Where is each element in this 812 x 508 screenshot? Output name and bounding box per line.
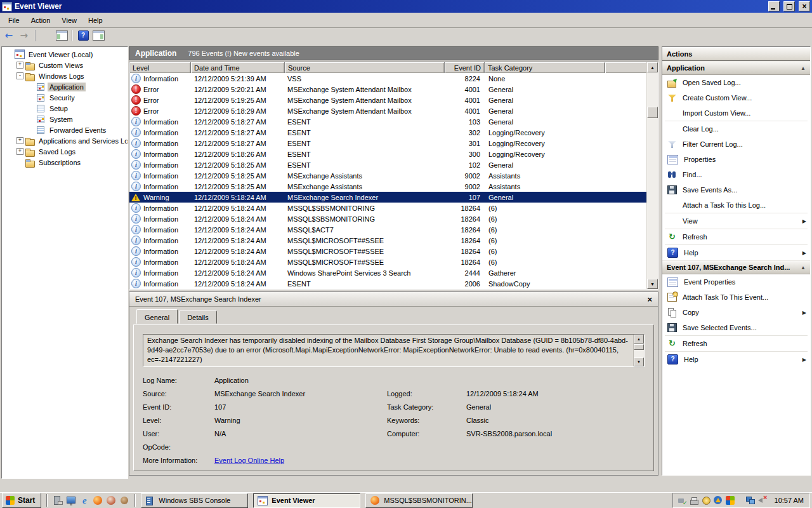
event-row[interactable]: Error12/12/2009 5:18:29 AMMSExchange Sys… — [129, 105, 647, 116]
action-event-properties[interactable]: Event Properties — [662, 274, 810, 290]
event-row[interactable]: Error12/12/2009 5:20:21 AMMSExchange Sys… — [129, 84, 647, 95]
tree-item-security[interactable]: Security — [2, 92, 128, 103]
scroll-up-icon[interactable] — [647, 62, 658, 72]
action-find[interactable]: Find... — [662, 167, 810, 182]
expand-icon[interactable]: + — [16, 62, 23, 69]
tab-general[interactable]: General — [136, 309, 178, 324]
event-row[interactable]: Error12/12/2009 5:19:25 AMMSExchange Sys… — [129, 95, 647, 105]
event-row[interactable]: Information12/12/2009 5:18:27 AMESENT301… — [129, 138, 647, 149]
action-save-selected-events[interactable]: Save Selected Events... — [662, 320, 810, 335]
event-row[interactable]: Information12/12/2009 5:18:26 AMESENT300… — [129, 149, 647, 159]
action-refresh[interactable]: Refresh — [662, 229, 810, 244]
tree-item-subscriptions[interactable]: Subscriptions — [2, 157, 128, 168]
event-row[interactable]: Information12/12/2009 5:18:24 AMMSSQL$MI… — [129, 235, 647, 246]
taskbar-button-mssql-sbsmonitorin[interactable]: MSSQL$SBSMONITORIN... — [365, 493, 473, 508]
action-clear-log[interactable]: Clear Log... — [662, 121, 810, 137]
action-filter-current-log[interactable]: Filter Current Log... — [662, 137, 810, 152]
action-create-custom-view[interactable]: Create Custom View... — [662, 90, 810, 105]
globe-icon[interactable] — [106, 495, 116, 505]
taskbar-button-windows-sbs-console[interactable]: Windows SBS Console — [141, 493, 248, 508]
action-help[interactable]: Help▶ — [662, 245, 810, 260]
event-row[interactable]: Information12/12/2009 5:18:25 AMMSExchan… — [129, 181, 647, 192]
action-attach-a-task-to-this-log[interactable]: Attach a Task To this Log... — [662, 197, 810, 213]
event-row[interactable]: Information12/12/2009 5:18:25 AMMSExchan… — [129, 170, 647, 181]
column-header-source[interactable]: Source — [285, 62, 445, 73]
column-header-level[interactable]: Level — [129, 62, 191, 73]
tree-item-application[interactable]: Application — [2, 81, 128, 92]
menu-view[interactable]: View — [56, 15, 82, 26]
minimize-button[interactable] — [768, 1, 780, 11]
action-refresh[interactable]: Refresh — [662, 336, 810, 351]
action-view[interactable]: View▶ — [662, 213, 810, 229]
action-properties[interactable]: Properties — [662, 152, 810, 167]
event-log-online-help-link[interactable]: Event Log Online Help — [214, 457, 387, 464]
menu-help[interactable]: Help — [82, 15, 108, 26]
close-preview-icon[interactable]: × — [647, 295, 652, 304]
actions-section-event-107-msexchange-search-ind[interactable]: Event 107, MSExchange Search Ind...▲ — [662, 260, 810, 274]
usb-icon[interactable] — [678, 496, 686, 505]
forward-button[interactable] — [18, 29, 32, 42]
action-open-saved-log[interactable]: Open Saved Log... — [662, 75, 810, 90]
taskbar-button-event-viewer[interactable]: Event Viewer — [253, 493, 360, 508]
tree-item-custom-views[interactable]: +Custom Views — [2, 60, 128, 70]
column-header-task-category[interactable]: Task Category — [485, 62, 605, 73]
mute-icon[interactable] — [758, 496, 767, 505]
column-header-event-id[interactable]: Event ID — [445, 62, 485, 73]
expand-icon[interactable]: + — [16, 148, 23, 155]
alert-icon[interactable] — [714, 496, 723, 505]
event-row[interactable]: Information12/12/2009 5:21:39 AMVSS8224N… — [129, 73, 647, 84]
event-row[interactable]: Information12/12/2009 5:18:24 AMWindows … — [129, 267, 647, 278]
event-row[interactable]: Information12/12/2009 5:18:27 AMESENT103… — [129, 116, 647, 127]
event-row[interactable]: Information12/12/2009 5:18:24 AMMSSQL$MI… — [129, 257, 647, 267]
tree-item-applications-and-services-logs[interactable]: +Applications and Services Logs — [2, 135, 128, 146]
action-help[interactable]: Help▶ — [662, 352, 810, 367]
network-icon[interactable] — [746, 496, 755, 505]
expand-icon[interactable]: + — [16, 137, 23, 144]
column-header-date-and-time[interactable]: Date and Time — [191, 62, 285, 73]
clock-icon[interactable] — [702, 496, 710, 505]
back-button[interactable] — [3, 29, 16, 42]
event-row[interactable]: Warning12/12/2009 5:18:24 AMMSExchange S… — [129, 192, 647, 203]
event-row[interactable]: Information12/12/2009 5:18:24 AMMSSQL$SB… — [129, 213, 647, 224]
collapse-icon[interactable]: ▲ — [801, 265, 806, 271]
menu-action[interactable]: Action — [25, 15, 56, 26]
description-scrollbar[interactable] — [633, 335, 644, 366]
printer-icon[interactable] — [690, 496, 698, 505]
tree-item-event-viewer-local[interactable]: Event Viewer (Local) — [2, 49, 128, 60]
help-button[interactable] — [76, 29, 90, 42]
event-row[interactable]: Information12/12/2009 5:18:25 AMESENT102… — [129, 159, 647, 170]
action-import-custom-view[interactable]: Import Custom View... — [662, 105, 810, 121]
action-save-events-as[interactable]: Save Events As... — [662, 182, 810, 197]
scroll-up-icon[interactable] — [634, 335, 644, 344]
event-row[interactable]: Information12/12/2009 5:18:24 AMMSSQL$MI… — [129, 246, 647, 257]
tree-item-setup[interactable]: Setup — [2, 103, 128, 114]
scroll-down-icon[interactable] — [634, 358, 644, 366]
show-desktop-icon[interactable] — [66, 495, 76, 505]
scrollbar-thumb[interactable] — [647, 107, 658, 118]
tab-details[interactable]: Details — [179, 311, 217, 324]
tree-item-saved-logs[interactable]: +Saved Logs — [2, 146, 128, 157]
event-row[interactable]: Information12/12/2009 5:18:24 AMMSSQL$AC… — [129, 224, 647, 235]
vertical-scrollbar[interactable] — [646, 62, 658, 289]
clock[interactable]: 10:57 AM — [775, 497, 804, 504]
event-row[interactable]: Information12/12/2009 5:18:24 AMESENT200… — [129, 278, 647, 289]
tree-item-windows-logs[interactable]: -Windows Logs — [2, 70, 128, 81]
package-icon[interactable] — [119, 495, 129, 505]
restore-button[interactable] — [783, 1, 795, 11]
start-button[interactable]: Start — [2, 493, 41, 508]
collapse-icon[interactable]: ▲ — [801, 65, 806, 71]
collapse-icon[interactable]: - — [16, 72, 23, 79]
win-right-button[interactable] — [91, 29, 105, 42]
firefox-icon[interactable] — [93, 495, 103, 505]
menu-file[interactable]: File — [3, 15, 25, 26]
scroll-down-icon[interactable] — [647, 279, 658, 289]
win-left-button[interactable] — [55, 29, 69, 42]
server-icon[interactable] — [53, 495, 63, 505]
action-attach-task-to-this-event[interactable]: Attach Task To This Event... — [662, 290, 810, 305]
event-row[interactable]: Information12/12/2009 5:18:27 AMESENT302… — [129, 127, 647, 138]
action-copy[interactable]: Copy▶ — [662, 305, 810, 320]
actions-section-application[interactable]: Application▲ — [662, 61, 810, 75]
scrollbar-thumb[interactable] — [634, 344, 644, 350]
tree-item-forwarded-events[interactable]: Forwarded Events — [2, 124, 128, 135]
close-button[interactable] — [799, 1, 810, 11]
